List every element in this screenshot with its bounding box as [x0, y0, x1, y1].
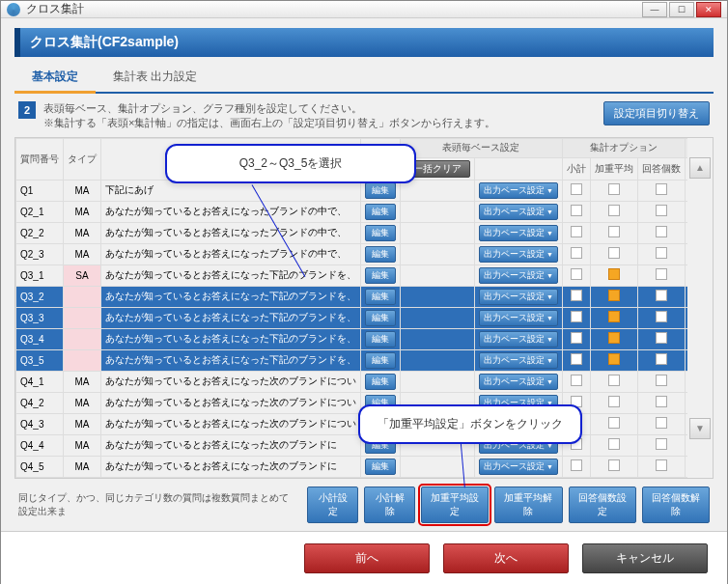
count-checkbox[interactable]	[656, 332, 667, 344]
table-row[interactable]: Q4_3MAあなたが知っているとお答えになった次のブランドについ編集出力ベース設…	[16, 413, 688, 434]
cell-title: あなたが知っているとお答えになった次のブランドについ	[101, 413, 361, 434]
count-checkbox[interactable]	[656, 268, 667, 280]
weight-checkbox[interactable]	[608, 353, 620, 365]
output-base-button[interactable]: 出力ベース設定 ▼	[479, 331, 558, 348]
table-row[interactable]: Q3_1SAあなたが知っているとお答えになった下記のブランドを、編集出力ベース設…	[16, 264, 688, 286]
weight-checkbox[interactable]	[608, 290, 620, 301]
edit-button[interactable]: 編集	[365, 246, 396, 263]
output-base-button[interactable]: 出力ベース設定 ▼	[479, 352, 558, 369]
output-base-button[interactable]: 出力ベース設定 ▼	[479, 310, 558, 326]
next-button[interactable]: 次へ	[443, 543, 569, 573]
count-clear-button[interactable]: 回答個数解除	[642, 487, 710, 523]
edit-button[interactable]: 編集	[365, 289, 396, 305]
col-weight: 加重平均	[590, 157, 637, 180]
output-base-button[interactable]: 出力ベース設定 ▼	[479, 374, 558, 390]
weight-clear-button[interactable]: 加重平均解除	[494, 487, 562, 523]
table-row[interactable]: Q4_1MAあなたが知っているとお答えになった次のブランドについ編集出力ベース設…	[16, 371, 688, 392]
subtotal-checkbox[interactable]	[571, 290, 582, 301]
subtotal-clear-button[interactable]: 小計解除	[364, 487, 415, 523]
edit-button[interactable]: 編集	[365, 331, 396, 348]
subtotal-checkbox[interactable]	[571, 332, 582, 344]
weight-set-button[interactable]: 加重平均設定	[421, 487, 489, 523]
subtotal-checkbox[interactable]	[571, 205, 582, 216]
chevron-down-icon: ▼	[546, 187, 553, 194]
tab-basic[interactable]: 基本設定	[14, 63, 96, 94]
output-base-button[interactable]: 出力ベース設定 ▼	[479, 204, 558, 220]
output-base-button[interactable]: 出力ベース設定 ▼	[479, 289, 558, 305]
weight-checkbox[interactable]	[608, 183, 620, 195]
switch-settings-button[interactable]: 設定項目切り替え	[603, 101, 710, 125]
count-checkbox[interactable]	[656, 247, 667, 259]
output-base-button[interactable]: 出力ベース設定 ▼	[479, 182, 558, 199]
scroll-up-button[interactable]: ▲	[689, 157, 711, 179]
count-checkbox[interactable]	[656, 353, 667, 365]
count-set-button[interactable]: 回答個数設定	[569, 487, 636, 523]
subtotal-checkbox[interactable]	[571, 226, 582, 237]
weight-checkbox[interactable]	[608, 268, 620, 280]
weight-checkbox[interactable]	[608, 375, 620, 386]
weight-checkbox[interactable]	[608, 311, 620, 322]
edit-button[interactable]: 編集	[365, 182, 396, 199]
edit-button[interactable]: 編集	[365, 204, 396, 220]
edit-button[interactable]: 編集	[365, 374, 396, 390]
output-base-button[interactable]: 出力ベース設定 ▼	[479, 246, 558, 263]
subtotal-set-button[interactable]: 小計設定	[307, 487, 358, 523]
subtotal-checkbox[interactable]	[571, 375, 582, 386]
count-checkbox[interactable]	[656, 183, 667, 195]
weight-checkbox[interactable]	[608, 417, 620, 429]
table-row[interactable]: Q2_3MAあなたが知っているとお答えになったブランドの中で、編集出力ベース設定…	[16, 243, 688, 264]
weight-checkbox[interactable]	[608, 396, 620, 407]
cell-type: MA	[64, 392, 101, 413]
table-row[interactable]: Q4_5MAあなたが知っているとお答えになった次のブランドに編集出力ベース設定 …	[16, 456, 688, 477]
weight-checkbox[interactable]	[608, 226, 620, 237]
output-base-button[interactable]: 出力ベース設定 ▼	[479, 267, 558, 284]
col-count: 回答個数	[637, 157, 685, 180]
count-checkbox[interactable]	[656, 417, 667, 429]
minimize-button[interactable]: —	[642, 2, 667, 17]
weight-checkbox[interactable]	[608, 205, 620, 216]
subtotal-checkbox[interactable]	[571, 353, 582, 365]
weight-checkbox[interactable]	[608, 247, 620, 259]
subtotal-checkbox[interactable]	[571, 247, 582, 259]
subtotal-checkbox[interactable]	[571, 459, 582, 471]
table-row[interactable]: Q3_3あなたが知っているとお答えになった下記のブランドを、編集出力ベース設定 …	[16, 307, 688, 328]
edit-button[interactable]: 編集	[365, 310, 396, 326]
count-checkbox[interactable]	[656, 290, 667, 301]
tab-output[interactable]: 集計表 出力設定	[96, 63, 214, 92]
cell-base	[401, 180, 475, 201]
subtotal-checkbox[interactable]	[571, 311, 582, 322]
cell-base	[401, 286, 475, 307]
maximize-button[interactable]: ☐	[669, 2, 694, 17]
edit-button[interactable]: 編集	[365, 352, 396, 369]
count-checkbox[interactable]	[656, 205, 667, 216]
count-checkbox[interactable]	[656, 226, 667, 237]
count-checkbox[interactable]	[656, 396, 667, 407]
subtotal-checkbox[interactable]	[571, 183, 582, 195]
weight-checkbox[interactable]	[608, 438, 620, 450]
scroll-down-button[interactable]: ▼	[689, 418, 711, 439]
output-base-button[interactable]: 出力ベース設定 ▼	[479, 459, 558, 475]
count-checkbox[interactable]	[656, 311, 667, 322]
edit-button[interactable]: 編集	[365, 459, 396, 475]
cell-title: あなたが知っているとお答えになった次のブランドに	[101, 434, 361, 456]
output-base-button[interactable]: 出力ベース設定 ▼	[479, 225, 558, 241]
weight-checkbox[interactable]	[608, 332, 620, 344]
close-button[interactable]: ✕	[696, 2, 721, 17]
table-row[interactable]: Q2_1MAあなたが知っているとお答えになったブランドの中で、編集出力ベース設定…	[16, 201, 688, 222]
subtotal-checkbox[interactable]	[571, 268, 582, 280]
edit-button[interactable]: 編集	[365, 225, 396, 241]
count-checkbox[interactable]	[656, 375, 667, 386]
cancel-button[interactable]: キャンセル	[582, 543, 708, 573]
count-checkbox[interactable]	[656, 438, 667, 450]
table-row[interactable]: Q4_2MAあなたが知っているとお答えになった次のブランドについ編集出力ベース設…	[16, 392, 688, 413]
table-row[interactable]: Q3_4あなたが知っているとお答えになった下記のブランドを、編集出力ベース設定 …	[16, 328, 688, 349]
prev-button[interactable]: 前へ	[304, 543, 430, 573]
count-checkbox[interactable]	[656, 459, 667, 471]
weight-checkbox[interactable]	[608, 459, 620, 471]
table-row[interactable]: Q3_2あなたが知っているとお答えになった下記のブランドを、編集出力ベース設定 …	[16, 286, 688, 307]
table-row[interactable]: Q4_4MAあなたが知っているとお答えになった次のブランドに編集出力ベース設定 …	[16, 434, 688, 456]
cell-qno: Q2_1	[16, 201, 64, 222]
edit-button[interactable]: 編集	[365, 267, 396, 284]
table-row[interactable]: Q2_2MAあなたが知っているとお答えになったブランドの中で、編集出力ベース設定…	[16, 222, 688, 243]
table-row[interactable]: Q3_5あなたが知っているとお答えになった下記のブランドを、編集出力ベース設定 …	[16, 349, 688, 371]
